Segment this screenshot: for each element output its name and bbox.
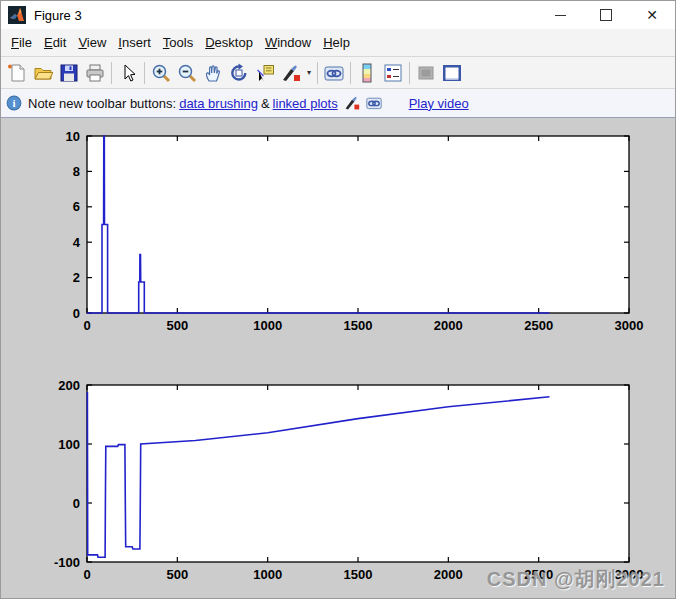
menu-tools[interactable]: Tools [157, 32, 199, 53]
rotate-icon [229, 63, 249, 83]
toolbar-separator [111, 62, 112, 84]
maximize-icon [600, 9, 612, 21]
dock-figure-icon [441, 63, 463, 83]
play-video-link[interactable]: Play video [409, 96, 469, 111]
edit-plot-button[interactable] [115, 60, 141, 86]
print-figure-button[interactable] [82, 60, 108, 86]
brush-mini-icon [343, 95, 361, 111]
infobar: i Note new toolbar buttons: data brushin… [1, 89, 675, 118]
infobar-amp: & [261, 96, 270, 111]
zoom-in-button[interactable] [148, 60, 174, 86]
figure-canvas: 0500100015002000250030000246810050010001… [1, 118, 676, 599]
hide-plot-tools-button[interactable] [413, 60, 439, 86]
link-mini-icon [365, 95, 383, 111]
hand-icon [203, 63, 223, 83]
minimize-icon [555, 15, 566, 16]
hide-plot-tools-icon [416, 63, 436, 83]
zoom-in-icon [151, 63, 171, 83]
chevron-down-icon: ▾ [307, 68, 311, 77]
menu-insert[interactable]: Insert [112, 32, 157, 53]
rotate-3d-button[interactable] [226, 60, 252, 86]
x-tick-label: 2000 [434, 318, 463, 333]
window-title: Figure 3 [34, 8, 82, 23]
menubar: FileEditViewInsertToolsDesktopWindowHelp [1, 29, 675, 57]
x-tick-label: 0 [83, 567, 90, 582]
menu-edit[interactable]: Edit [38, 32, 72, 53]
colorbar-icon [360, 63, 374, 83]
link-icon [323, 63, 345, 83]
pan-button[interactable] [200, 60, 226, 86]
menu-file[interactable]: File [5, 32, 38, 53]
top-plot: 0500100015002000250030000246810 [66, 129, 644, 334]
y-tick-label: 10 [66, 129, 80, 144]
close-icon: ✕ [646, 8, 658, 22]
y-tick-label: 100 [58, 437, 80, 452]
x-tick-label: 1500 [344, 318, 373, 333]
brush-data-dropdown-button[interactable]: ▾ [304, 60, 314, 86]
menu-window[interactable]: Window [259, 32, 317, 53]
x-tick-label: 2000 [434, 567, 463, 582]
bottom-plot-area[interactable] [87, 385, 629, 562]
svg-text:i: i [12, 97, 15, 109]
menu-desktop[interactable]: Desktop [199, 32, 259, 53]
titlebar: Figure 3 ✕ [1, 1, 675, 29]
plots-svg[interactable]: 0500100015002000250030000246810050010001… [1, 118, 676, 599]
new-document-icon [7, 63, 27, 83]
cursor-arrow-icon [118, 63, 138, 83]
x-tick-label: 3000 [615, 567, 644, 582]
legend-icon [383, 63, 403, 83]
top-plot-area[interactable] [87, 136, 629, 313]
toolbar-separator [317, 62, 318, 84]
save-figure-button[interactable] [56, 60, 82, 86]
link-plots-button[interactable] [321, 60, 347, 86]
y-tick-label: 2 [73, 270, 80, 285]
toolbar-separator [144, 62, 145, 84]
y-tick-label: 0 [73, 496, 80, 511]
x-tick-label: 500 [166, 318, 188, 333]
linked-plots-link[interactable]: linked plots [273, 96, 338, 111]
zoom-out-button[interactable] [174, 60, 200, 86]
x-tick-label: 2500 [524, 567, 553, 582]
close-button[interactable]: ✕ [629, 1, 675, 29]
toolbar-separator [409, 62, 410, 84]
x-tick-label: 3000 [615, 318, 644, 333]
print-icon [85, 63, 105, 83]
insert-colorbar-button[interactable] [354, 60, 380, 86]
maximize-button[interactable] [583, 1, 629, 29]
y-tick-label: -100 [54, 555, 80, 570]
y-tick-label: 4 [73, 235, 81, 250]
brush-icon [280, 63, 302, 83]
y-tick-label: 0 [73, 306, 80, 321]
zoom-out-icon [177, 63, 197, 83]
figure-window: Figure 3 ✕ FileEditViewInsertToolsDeskto… [0, 0, 676, 599]
x-tick-label: 2500 [524, 318, 553, 333]
x-tick-label: 1500 [344, 567, 373, 582]
data-brushing-link[interactable]: data brushing [179, 96, 258, 111]
menu-help[interactable]: Help [317, 32, 356, 53]
x-tick-label: 0 [83, 318, 90, 333]
y-tick-label: 6 [73, 199, 80, 214]
open-folder-icon [33, 63, 53, 83]
y-tick-label: 8 [73, 164, 80, 179]
datatip-icon [255, 63, 275, 83]
x-tick-label: 1000 [253, 567, 282, 582]
open-file-button[interactable] [30, 60, 56, 86]
menu-view[interactable]: View [72, 32, 112, 53]
toolbar-separator [350, 62, 351, 84]
y-tick-label: 200 [58, 378, 80, 393]
x-tick-label: 1000 [253, 318, 282, 333]
bottom-plot: 050010001500200025003000-1000100200 [54, 378, 643, 583]
info-icon: i [6, 95, 22, 111]
minimize-button[interactable] [537, 1, 583, 29]
infobar-text: Note new toolbar buttons: [28, 96, 176, 111]
show-plot-tools-dock-button[interactable] [439, 60, 465, 86]
x-tick-label: 500 [166, 567, 188, 582]
new-figure-button[interactable] [4, 60, 30, 86]
matlab-logo-icon [8, 6, 26, 24]
save-icon [59, 63, 79, 83]
brush-data-button[interactable] [278, 60, 304, 86]
data-cursor-button[interactable] [252, 60, 278, 86]
insert-legend-button[interactable] [380, 60, 406, 86]
toolbar: ▾ [1, 57, 675, 89]
